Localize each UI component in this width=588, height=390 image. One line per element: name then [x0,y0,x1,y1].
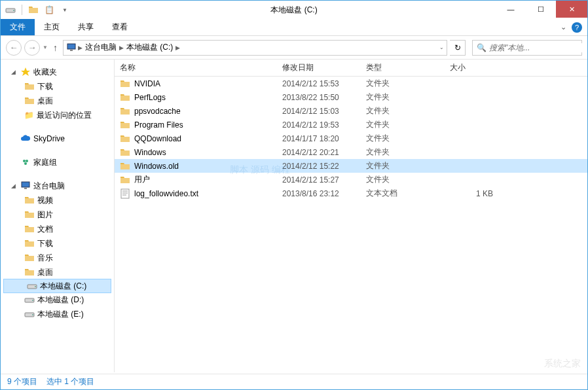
file-row[interactable]: Windows.old2014/2/12 15:22文件夹 [115,159,587,173]
properties-qat-icon[interactable]: 📋 [43,4,55,16]
tree-homegroup[interactable]: 家庭组 [1,155,114,169]
tab-file[interactable]: 文件 [1,19,35,35]
chevron-right-icon: ▶ [78,44,83,51]
file-row[interactable]: log_followvideo.txt2013/8/16 23:12文本文档1 … [115,186,587,200]
file-row[interactable]: 用户2014/2/12 15:27文件夹 [115,173,587,186]
tree-desktop2[interactable]: 桌面 [1,265,114,279]
fileview: 名称 修改日期 类型 大小 NVIDIA2014/2/12 15:53文件夹Pe… [115,60,587,372]
column-headers: 名称 修改日期 类型 大小 [115,60,587,77]
col-type[interactable]: 类型 [366,62,450,73]
status-count: 9 个项目 [7,376,37,387]
filelist: NVIDIA2014/2/12 15:53文件夹PerfLogs2013/8/2… [115,77,587,372]
col-size[interactable]: 大小 [450,62,506,73]
minimize-button[interactable]: — [496,1,526,18]
maximize-button[interactable]: ☐ [526,1,556,18]
sidebar: ◢收藏夹 下载 桌面 📁最近访问的位置 SkyDrive 家庭组 ◢这台电脑 视… [1,60,115,372]
tree-thispc[interactable]: ◢这台电脑 [1,179,114,193]
ribbon-tabs: 文件 主页 共享 查看 ⌄ ? [1,19,587,36]
tree-drive-e[interactable]: 本地磁盘 (E:) [1,307,114,321]
file-row[interactable]: ppsvodcache2014/2/12 15:03文件夹 [115,104,587,118]
back-button[interactable]: ← [6,40,22,56]
search-icon: 🔍 [477,43,487,52]
tree-downloads[interactable]: 下载 [1,79,114,94]
close-button[interactable]: ✕ [556,1,587,18]
file-row[interactable]: QQDownload2014/1/17 18:20文件夹 [115,132,587,145]
refresh-button[interactable]: ↻ [450,40,466,56]
tab-share[interactable]: 共享 [69,19,103,35]
chevron-right-icon: ▶ [119,44,124,51]
breadcrumb-drive[interactable]: 本地磁盘 (C:) [125,42,174,53]
statusbar: 9 个项目 选中 1 个项目 [1,374,587,389]
titlebar: 📋 ▼ 本地磁盘 (C:) — ☐ ✕ [1,1,587,19]
up-button[interactable]: ↑ [50,43,60,53]
pc-icon [66,43,77,53]
file-row[interactable]: PerfLogs2013/8/22 15:50文件夹 [115,90,587,104]
tab-home[interactable]: 主页 [35,19,69,35]
searchbox[interactable]: 🔍 [472,40,582,56]
tree-desktop[interactable]: 桌面 [1,94,114,108]
col-date[interactable]: 修改日期 [282,62,366,73]
drive-qat-icon[interactable] [5,4,16,16]
history-dropdown[interactable]: ▼ [43,44,48,50]
search-input[interactable] [489,43,588,52]
file-row[interactable]: Windows2014/2/12 20:21文件夹 [115,145,587,159]
file-row[interactable]: NVIDIA2014/2/12 15:53文件夹 [115,77,587,90]
tree-videos[interactable]: 视频 [1,193,114,207]
help-icon[interactable]: ? [572,22,582,33]
breadcrumb-thispc[interactable]: 这台电脑 [84,42,118,53]
navbar: ← → ▼ ↑ ▶ 这台电脑 ▶ 本地磁盘 (C:) ▶ ⌄ ↻ 🔍 [1,36,587,60]
col-name[interactable]: 名称 [120,62,282,73]
window-title: 本地磁盘 (C:) [270,5,317,16]
addressbar[interactable]: ▶ 这台电脑 ▶ 本地磁盘 (C:) ▶ ⌄ [63,40,447,56]
status-selected: 选中 1 个项目 [46,376,94,387]
tree-skydrive[interactable]: SkyDrive [1,132,114,146]
chevron-right-icon: ▶ [175,44,180,51]
forward-button[interactable]: → [24,40,40,56]
tree-drive-d[interactable]: 本地磁盘 (D:) [1,292,114,307]
tree-documents[interactable]: 文档 [1,222,114,236]
tab-view[interactable]: 查看 [103,19,137,35]
tree-drive-c[interactable]: 本地磁盘 (C:) [3,279,111,293]
expand-ribbon-icon[interactable]: ⌄ [560,23,566,31]
tree-recent[interactable]: 📁最近访问的位置 [1,108,114,122]
qat-dropdown[interactable]: ▼ [59,4,71,16]
tree-downloads2[interactable]: 下载 [1,236,114,251]
tree-music[interactable]: 音乐 [1,251,114,265]
folder-qat-icon[interactable] [28,4,39,16]
file-row[interactable]: Program Files2014/2/12 19:53文件夹 [115,118,587,132]
tree-favorites[interactable]: ◢收藏夹 [1,65,114,79]
tree-pictures[interactable]: 图片 [1,207,114,222]
address-dropdown[interactable]: ⌄ [439,44,444,50]
